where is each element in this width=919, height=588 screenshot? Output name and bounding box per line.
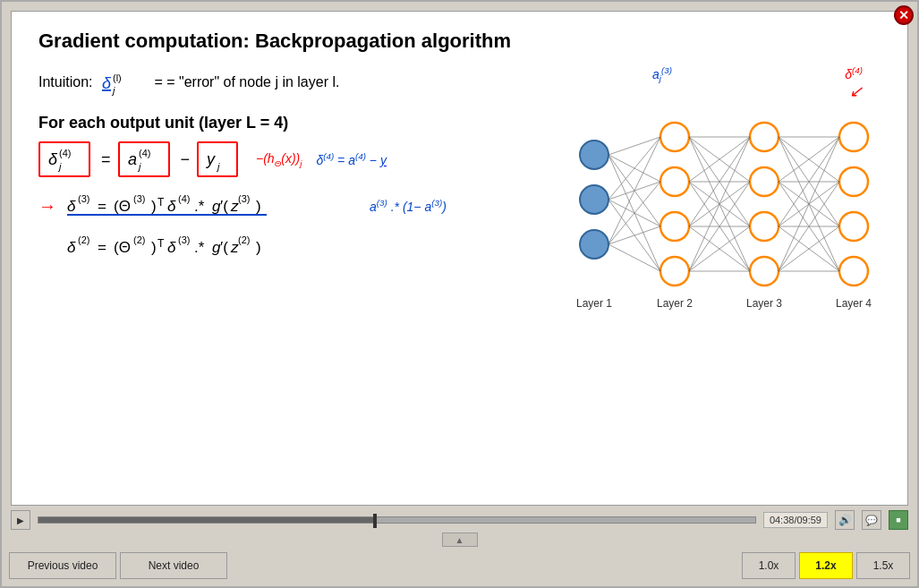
svg-text:(Θ: (Θ (114, 239, 131, 256)
svg-text:(Θ: (Θ (114, 198, 131, 215)
svg-text:): ) (151, 239, 157, 256)
speed-1x-button[interactable]: 1.0x (742, 552, 796, 579)
slide-content: Gradient computation: Backpropagation al… (12, 12, 907, 505)
svg-point-43 (580, 185, 608, 214)
speed-15x-label: 1.5x (873, 559, 894, 572)
delta4-svg: δ j (4) (47, 145, 81, 174)
time-display: 04:38/09:59 (763, 512, 828, 528)
svg-point-46 (660, 167, 689, 196)
svg-text:T: T (157, 196, 165, 209)
svg-text:′(: ′( (220, 239, 228, 256)
chat-button[interactable]: 💬 (862, 510, 881, 530)
svg-text:j: j (137, 161, 141, 172)
play-button[interactable]: ▶ (11, 510, 30, 530)
svg-text:δ: δ (67, 198, 76, 215)
previous-video-button[interactable]: Previous video (9, 552, 116, 579)
svg-text:Layer 4: Layer 4 (836, 297, 872, 310)
svg-text:j: j (111, 85, 115, 96)
delta-formula: δ j (l) (100, 74, 150, 89)
blue-annotation-1: δ(4) = a(4) − y (316, 151, 386, 167)
delta3-formula-svg: δ (3) = (Θ (3) ) T δ (4) .* g ′( z (3) ) (65, 190, 352, 222)
svg-point-49 (750, 123, 779, 151)
svg-text:): ) (256, 198, 261, 215)
svg-text:(3): (3) (133, 193, 145, 204)
svg-point-48 (660, 257, 689, 285)
svg-point-55 (839, 212, 868, 241)
svg-text:): ) (256, 239, 261, 256)
bottom-buttons: Previous video Next video 1.0x 1.2x 1.5x (2, 552, 917, 579)
nn-svg: Layer 1 Layer 2 Layer 3 Layer 4 (567, 92, 889, 316)
svg-text:.*: .* (194, 239, 205, 256)
delta4-box: δ j (4) (38, 141, 90, 177)
volume-icon: 🔊 (838, 514, 852, 526)
close-icon: ✕ (898, 8, 909, 22)
svg-point-52 (750, 257, 779, 285)
svg-text:): ) (151, 198, 157, 215)
fullscreen-icon: ■ (896, 516, 900, 524)
svg-text:(3): (3) (178, 234, 190, 245)
intuition-label: Intuition: (38, 74, 92, 89)
svg-text:Layer 2: Layer 2 (657, 297, 693, 310)
volume-button[interactable]: 🔊 (835, 510, 855, 530)
svg-point-56 (839, 257, 868, 285)
video-area: Gradient computation: Backpropagation al… (11, 11, 908, 506)
controls-area: ▶ 04:38/09:59 🔊 💬 ■ ▲ Previous vid (2, 506, 917, 586)
nn-top-a-annotation: aj(3) (652, 65, 672, 83)
nn-diagram: aj(3) δ(4) ↙ (567, 65, 889, 325)
svg-line-68 (608, 244, 660, 271)
yj-svg: y j (206, 145, 229, 174)
svg-text:(3): (3) (78, 193, 89, 204)
svg-text:(2): (2) (238, 234, 250, 245)
speed-12x-button[interactable]: 1.2x (799, 552, 853, 579)
svg-text:(3): (3) (238, 193, 250, 204)
svg-point-50 (750, 167, 779, 196)
svg-point-51 (750, 212, 779, 241)
speed-15x-button[interactable]: 1.5x (856, 552, 910, 579)
aj4-box: a j (4) (118, 141, 170, 177)
svg-text:′(: ′( (220, 198, 228, 215)
yj-box: y j (197, 141, 238, 177)
svg-text:δ: δ (102, 74, 112, 92)
svg-text:(2): (2) (133, 234, 145, 245)
nav-expand-icon: ▲ (455, 535, 464, 545)
blue-annotation-delta3: a(3) .* (1− a(3)) (370, 198, 447, 214)
speed-1x-label: 1.0x (759, 559, 779, 572)
play-icon: ▶ (17, 516, 24, 525)
svg-text:(4): (4) (139, 148, 150, 158)
svg-text:.*: .* (194, 198, 205, 215)
svg-text:a: a (128, 150, 137, 168)
svg-point-42 (580, 141, 608, 169)
svg-point-53 (839, 123, 868, 151)
svg-point-44 (580, 230, 608, 259)
close-button[interactable]: ✕ (894, 5, 914, 25)
svg-text:δ: δ (167, 239, 176, 256)
svg-text:Layer 1: Layer 1 (576, 297, 612, 310)
nav-expand-button[interactable]: ▲ (442, 533, 478, 547)
minus1: − (181, 150, 191, 169)
progress-thumb (373, 514, 377, 528)
equals-sign: = (154, 74, 166, 89)
red-annotation-1: −(hΘ(x))j (256, 151, 302, 168)
slide-title: Gradient computation: Backpropagation al… (38, 30, 881, 53)
svg-text:Layer 3: Layer 3 (746, 297, 782, 310)
progress-bar-container: ▶ 04:38/09:59 🔊 💬 ■ (11, 513, 908, 527)
svg-text:δ: δ (67, 239, 76, 256)
delta2-formula-svg: δ (2) = (Θ (2) ) T δ (3) .* g ′( z (2) ) (65, 231, 352, 263)
svg-text:δ: δ (167, 198, 176, 215)
red-arrow: → (38, 196, 56, 217)
svg-text:j: j (216, 161, 220, 172)
svg-text:=: = (98, 198, 106, 215)
svg-point-45 (660, 123, 689, 151)
svg-text:δ: δ (48, 150, 58, 168)
svg-text:j: j (57, 161, 62, 172)
svg-text:y: y (206, 150, 216, 168)
progress-track[interactable] (38, 516, 756, 524)
svg-point-54 (839, 167, 868, 196)
chat-icon: 💬 (865, 515, 878, 526)
next-video-button[interactable]: Next video (120, 552, 227, 579)
svg-point-47 (660, 212, 689, 241)
aj4-svg: a j (4) (127, 145, 161, 174)
progress-fill (38, 517, 375, 523)
fullscreen-button[interactable]: ■ (889, 510, 908, 530)
svg-text:T: T (157, 237, 165, 250)
